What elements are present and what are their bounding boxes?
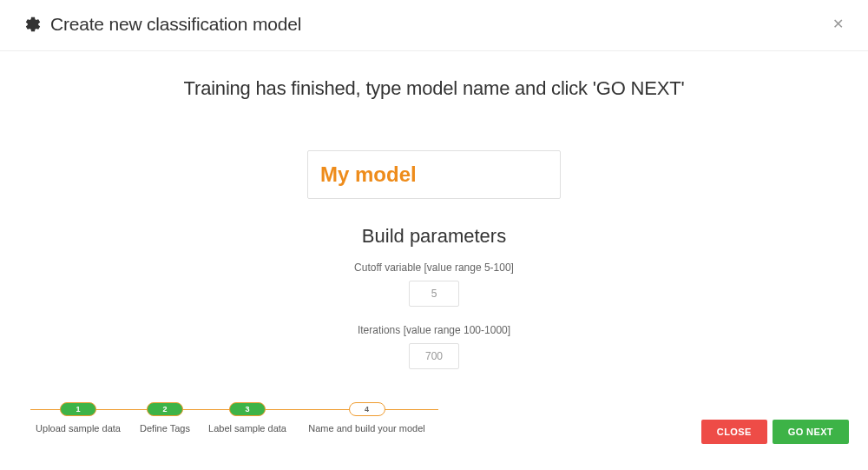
cutoff-input[interactable]: [409, 281, 459, 307]
gears-icon: [24, 16, 42, 33]
step-label: Label sample data: [208, 423, 286, 434]
step-4[interactable]: 4Name and build your model: [295, 402, 438, 434]
step-pill: 4: [349, 402, 385, 416]
footer-buttons: CLOSE GO NEXT: [701, 420, 849, 444]
step-2[interactable]: 2Define Tags: [130, 402, 200, 434]
build-parameters-heading: Build parameters: [0, 225, 868, 248]
iterations-label: Iterations [value range 100-1000]: [0, 324, 868, 336]
close-icon[interactable]: ✕: [832, 17, 844, 31]
step-3[interactable]: 3Label sample data: [204, 402, 291, 434]
go-next-button[interactable]: GO NEXT: [773, 420, 849, 444]
step-pill: 2: [147, 402, 183, 416]
step-pill: 1: [60, 402, 96, 416]
cutoff-label: Cutoff variable [value range 5-100]: [0, 261, 868, 274]
dialog-header: Create new classification model ✕: [0, 0, 868, 51]
wizard-stepper: 1Upload sample data2Define Tags3Label sa…: [30, 402, 438, 434]
step-label: Name and build your model: [308, 423, 425, 434]
dialog-title: Create new classification model: [50, 14, 301, 35]
instruction-text: Training has finished, type model name a…: [0, 77, 868, 100]
step-label: Upload sample data: [36, 423, 121, 434]
step-label: Define Tags: [140, 423, 190, 434]
model-name-input[interactable]: [307, 150, 561, 199]
step-1[interactable]: 1Upload sample data: [30, 402, 126, 434]
main-content: Training has finished, type model name a…: [0, 51, 868, 369]
iterations-input[interactable]: [409, 343, 459, 369]
step-pill: 3: [229, 402, 266, 416]
close-button[interactable]: CLOSE: [701, 420, 767, 444]
